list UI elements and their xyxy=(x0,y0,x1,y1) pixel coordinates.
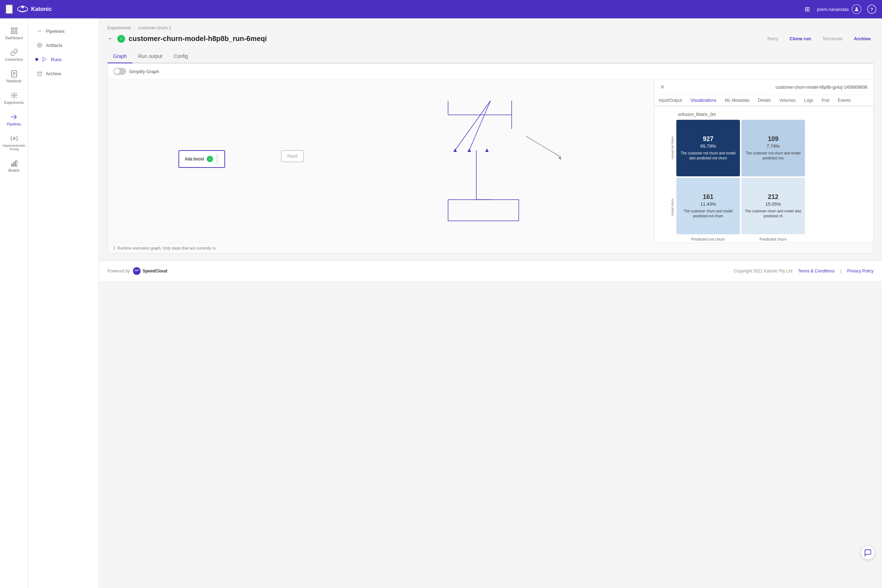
sidebar-second-pipelines[interactable]: Pipelines xyxy=(31,25,96,38)
page-title: customer-churn-model-h8p8b_run-6meqi xyxy=(129,34,267,43)
svg-rect-30 xyxy=(448,200,519,221)
graph-canvas: Ada boost ✓ Rand ✕ xyxy=(108,80,873,242)
sidebar-label-models: Models xyxy=(8,168,20,172)
sidebar-label-connectors: Connectors xyxy=(5,58,23,62)
sidebar-label-experiments: Experiments xyxy=(4,101,24,105)
svg-line-28 xyxy=(526,136,561,157)
sidebar-second-label-pipelines: Pipelines xyxy=(46,28,64,34)
panel-overlay: ✕ customer-churn-model-h8p8b-gs4zj-14589… xyxy=(654,80,873,242)
svg-rect-4 xyxy=(15,28,16,30)
sidebar-second: Pipelines Artifacts Runs Archive xyxy=(28,18,99,588)
footer: Powered by SpeedCloud Copyright 2021 Kat… xyxy=(99,261,882,281)
x-label-churn: Predicted churn xyxy=(741,237,805,242)
panel-tab-input-output[interactable]: Input/Output xyxy=(654,95,686,106)
brand-name: Katonic xyxy=(31,6,52,12)
retry-button[interactable]: Retry xyxy=(764,34,781,43)
svg-marker-27 xyxy=(485,148,489,152)
ada-boost-node[interactable]: Ada boost ✓ xyxy=(178,150,225,168)
sidebar-label-pipelines: Pipelines xyxy=(7,122,21,126)
sidebar-item-experiments[interactable]: Experiments xyxy=(2,89,26,107)
main-tabs: Graph Run output Config xyxy=(107,50,873,63)
svg-marker-22 xyxy=(453,148,457,152)
rand-label: Rand xyxy=(287,154,297,159)
graph-container: Simplify Graph xyxy=(107,63,873,254)
copyright-text: Copyright 2021 Katonic Pty Ltd xyxy=(734,268,792,273)
speedcloud-name: SpeedCloud xyxy=(142,268,167,273)
panel-tab-pod[interactable]: Pod xyxy=(818,95,834,106)
svg-point-2 xyxy=(855,8,857,9)
panel-tab-volumes[interactable]: Volumes xyxy=(775,95,800,106)
sidebar-item-notebook[interactable]: Notebook xyxy=(2,67,26,86)
simplify-graph-toggle[interactable]: Simplify Graph xyxy=(113,68,159,75)
back-button[interactable]: ← xyxy=(107,35,114,42)
panel-tab-ml-metadata[interactable]: ML Metadata xyxy=(720,95,754,106)
simplify-graph-label: Simplify Graph xyxy=(129,69,159,74)
user-avatar[interactable] xyxy=(852,4,861,14)
help-button[interactable]: ? xyxy=(867,4,876,14)
clone-run-button[interactable]: Clone run xyxy=(787,34,814,43)
svg-marker-23 xyxy=(468,148,471,152)
svg-point-17 xyxy=(38,43,42,47)
privacy-link[interactable]: Privacy Policy xyxy=(847,268,873,273)
svg-point-11 xyxy=(13,94,15,96)
archive-button[interactable]: Archive xyxy=(851,34,873,43)
rand-node[interactable]: Rand xyxy=(281,150,304,162)
cm-cell-tp: 212 15.05% The customer churn and model … xyxy=(741,178,805,234)
speedcloud-brand: SpeedCloud xyxy=(132,267,167,275)
sidebar-second-label-archive: Archive xyxy=(46,71,61,76)
powered-by-text: Powered by xyxy=(107,268,130,273)
info-icon: ℹ xyxy=(113,245,115,250)
breadcrumb-run: customer-churn-1 xyxy=(138,26,171,30)
tab-run-output[interactable]: Run output xyxy=(132,50,168,63)
sidebar-item-hyperparameter[interactable]: Hyperparameter Tuning xyxy=(2,132,26,154)
page-header: ← ✓ customer-churn-model-h8p8b_run-6meqi… xyxy=(107,34,873,43)
sidebar-label-notebook: Notebook xyxy=(6,79,21,83)
top-nav: ☰ Katonic ⊞ prem.naraindas ? xyxy=(0,0,882,18)
sidebar-item-pipelines[interactable]: Pipelines xyxy=(2,110,26,129)
footer-left: Powered by SpeedCloud xyxy=(107,267,167,275)
collapse-icon[interactable]: ⊞ xyxy=(803,4,812,15)
header-actions: Retry Clone run Terminate Archive xyxy=(764,34,873,43)
panel-tab-visualizations[interactable]: Visualizations xyxy=(686,95,720,106)
panel-close-button[interactable]: ✕ xyxy=(660,84,664,90)
tab-graph[interactable]: Graph xyxy=(107,50,132,63)
sidebar-item-dashboard[interactable]: Dashboard xyxy=(2,24,26,43)
svg-line-21 xyxy=(469,101,490,150)
brand-logo: Katonic xyxy=(17,3,52,15)
toggle-switch[interactable] xyxy=(113,68,126,75)
sidebar-second-label-runs: Runs xyxy=(51,57,62,62)
sidebar-item-models[interactable]: Models xyxy=(2,156,26,175)
terms-link[interactable]: Terms & Conditions xyxy=(798,268,835,273)
svg-rect-5 xyxy=(11,32,13,34)
cm-cell-fn: 161 11.43% The customer churn and model … xyxy=(676,178,740,234)
svg-line-20 xyxy=(455,101,490,150)
tab-config[interactable]: Config xyxy=(168,50,193,63)
sidebar-item-connectors[interactable]: Connectors xyxy=(2,46,26,64)
sidebar-second-archive[interactable]: Archive xyxy=(31,67,96,80)
username: prem.naraindas xyxy=(817,7,849,12)
hamburger-menu[interactable]: ☰ xyxy=(6,4,13,14)
cm-cell-tn: 927 65.79% The customer not churn and mo… xyxy=(676,120,740,176)
chat-button[interactable] xyxy=(861,546,875,560)
svg-rect-14 xyxy=(11,164,13,166)
panel-tabs: Input/Output Visualizations ML Metadata … xyxy=(654,95,873,106)
confusion-matrix: onfusion_Matrix_0m Actual not churn xyxy=(657,109,870,242)
panel-tab-details[interactable]: Details xyxy=(754,95,775,106)
status-icon: ✓ xyxy=(117,35,125,43)
breadcrumb-experiments[interactable]: Experiments xyxy=(107,26,131,30)
panel-tab-events[interactable]: Events xyxy=(834,95,855,106)
svg-rect-3 xyxy=(11,28,13,30)
svg-rect-6 xyxy=(15,32,16,34)
panel-tab-logs[interactable]: Logs xyxy=(800,95,818,106)
sidebar-second-runs[interactable]: Runs xyxy=(31,53,96,66)
sidebar-second-label-artifacts: Artifacts xyxy=(46,43,63,48)
main-content: Experiments › customer-churn-1 ← ✓ custo… xyxy=(99,18,882,588)
active-dot xyxy=(35,58,38,61)
svg-rect-16 xyxy=(15,161,17,166)
terminate-button[interactable]: Terminate xyxy=(819,34,845,43)
graph-toolbar: Simplify Graph xyxy=(108,64,873,80)
x-label-not-churn: Predicted not churn xyxy=(676,237,740,242)
user-info: prem.naraindas xyxy=(817,4,861,14)
footer-separator: | xyxy=(840,268,842,273)
sidebar-second-artifacts[interactable]: Artifacts xyxy=(31,39,96,52)
